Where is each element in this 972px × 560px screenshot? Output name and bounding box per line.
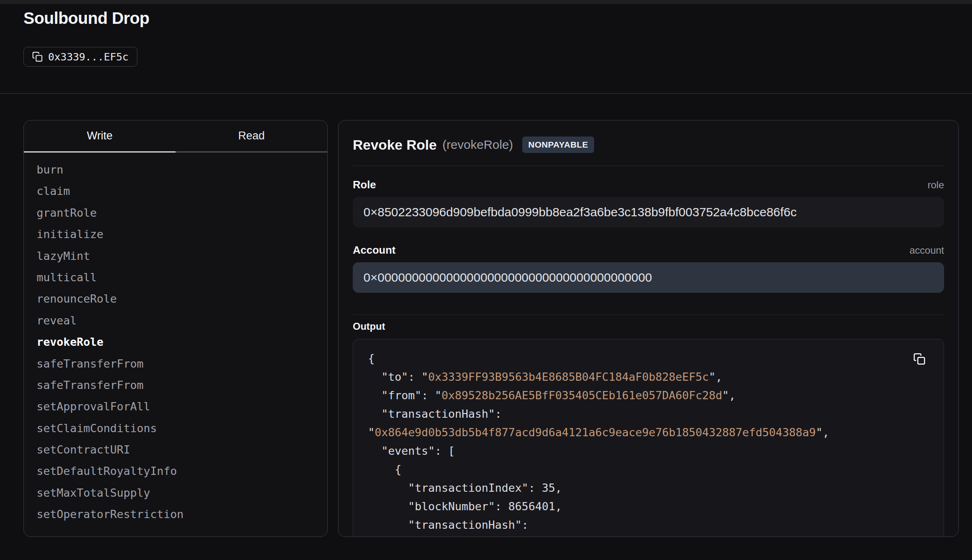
- function-item-claim[interactable]: claim: [24, 180, 327, 202]
- function-tabs: Write Read: [24, 120, 327, 153]
- function-item-reveal[interactable]: reveal: [24, 310, 327, 331]
- header-divider: [0, 93, 972, 94]
- function-item-initialize[interactable]: initialize: [24, 224, 327, 245]
- detail-header: Revoke Role (revokeRole) NONPAYABLE: [353, 135, 944, 154]
- function-item-setDefaultRoyaltyInfo[interactable]: setDefaultRoyaltyInfo: [24, 460, 327, 482]
- function-item-grantRole[interactable]: grantRole: [24, 202, 327, 224]
- function-item-renounceRole[interactable]: renounceRole: [24, 288, 327, 310]
- code-line: "transactionIndex": 35,: [368, 479, 929, 497]
- copy-icon: [913, 353, 928, 365]
- copy-icon: [32, 51, 43, 62]
- tab-write[interactable]: Write: [24, 120, 176, 153]
- role-field-header: Role role: [353, 178, 944, 191]
- account-field-label: Account: [353, 244, 396, 257]
- mutability-badge: NONPAYABLE: [522, 137, 595, 153]
- function-list: burnclaimgrantRoleinitializelazyMintmult…: [24, 153, 327, 525]
- output-divider: [353, 315, 944, 315]
- code-line: "0x864e9d0b53db5b4f877acd9d6a4121a6c9eac…: [368, 423, 929, 442]
- function-item-lazyMint[interactable]: lazyMint: [24, 245, 327, 267]
- account-field-header: Account account: [353, 244, 944, 257]
- function-item-revokeRole[interactable]: revokeRole: [24, 331, 327, 353]
- contract-address-button[interactable]: 0x3339...EF5c: [23, 47, 137, 67]
- code-line: {: [368, 349, 929, 368]
- function-item-setContractURI[interactable]: setContractURI: [24, 439, 327, 460]
- code-line: {: [368, 460, 929, 479]
- code-line: "blockNumber": 8656401,: [368, 497, 929, 516]
- account-input[interactable]: [353, 262, 944, 293]
- function-item-safeTransferFrom[interactable]: safeTransferFrom: [24, 353, 327, 375]
- output-label: Output: [353, 321, 944, 332]
- top-strip: [0, 0, 972, 4]
- code-line: "to": "0x3339FF93B9563b4E8685B04FC184aF0…: [368, 368, 929, 386]
- role-input[interactable]: [353, 197, 944, 227]
- account-field-hint: account: [910, 245, 944, 256]
- function-item-setApprovalForAll[interactable]: setApprovalForAll: [24, 396, 327, 417]
- function-item-setOperatorRestriction[interactable]: setOperatorRestriction: [24, 504, 327, 525]
- functions-card: Write Read burnclaimgrantRoleinitializel…: [23, 120, 328, 537]
- code-line: "transactionHash":: [368, 405, 929, 423]
- output-code: { "to": "0x3339FF93B9563b4E8685B04FC184a…: [368, 349, 929, 534]
- code-line: "transactionHash":: [368, 516, 929, 534]
- page-title: Soulbound Drop: [23, 9, 149, 28]
- tab-read[interactable]: Read: [176, 120, 327, 153]
- code-line: "events": [: [368, 442, 929, 460]
- code-line: "from": "0x89528b256AE5BfF035405CEb161e0…: [368, 386, 929, 405]
- output-codeblock: { "to": "0x3339FF93B9563b4E8685B04FC184a…: [353, 339, 944, 537]
- role-field-label: Role: [353, 178, 376, 191]
- detail-subtitle: (revokeRole): [442, 138, 513, 152]
- function-item-safeTransferFrom[interactable]: safeTransferFrom: [24, 375, 327, 396]
- function-item-setClaimConditions[interactable]: setClaimConditions: [24, 418, 327, 439]
- function-item-setMaxTotalSupply[interactable]: setMaxTotalSupply: [24, 482, 327, 504]
- detail-divider-top: [353, 166, 944, 166]
- function-item-multicall[interactable]: multicall: [24, 267, 327, 288]
- contract-address-label: 0x3339...EF5c: [48, 51, 129, 63]
- function-item-burn[interactable]: burn: [24, 159, 327, 180]
- copy-output-button[interactable]: [913, 352, 928, 366]
- detail-title: Revoke Role: [353, 137, 437, 153]
- function-detail-card: Revoke Role (revokeRole) NONPAYABLE Role…: [338, 120, 959, 537]
- role-field-hint: role: [928, 179, 944, 191]
